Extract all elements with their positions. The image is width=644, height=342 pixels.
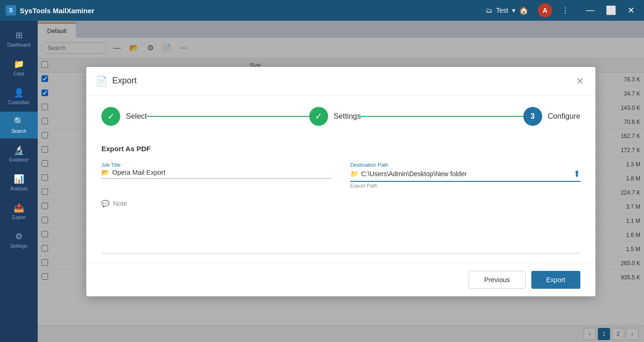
step-settings-circle: ✓ [309,107,328,126]
home-icon[interactable]: 🏠 [515,4,532,17]
avatar[interactable]: A [538,3,552,17]
main-layout: ⊞ Dashboard 📁 Case 👤 Custodian 🔍 Search … [0,21,644,342]
job-title-input-row: 📂 [101,169,331,179]
browse-button[interactable]: ⬆ [573,169,580,179]
step-settings: ✓ Settings [309,107,361,126]
modal-body: Export As PDF Job Title 📂 Dest [86,137,595,263]
export-button[interactable]: Export [531,271,580,289]
note-textarea[interactable] [101,211,580,253]
step-select-circle: ✓ [101,107,120,126]
form-row-1: Job Title 📂 Destination Path 📁 [101,162,580,188]
project-icon: 🗂 [486,7,492,14]
job-title-icon: 📂 [101,169,109,176]
case-icon: 📁 [14,59,24,69]
previous-button[interactable]: Previous [469,271,525,289]
modal-close-button[interactable]: ✕ [574,74,586,88]
titlebar: S SysTools MailXaminer 🗂 Test ▾ 🏠 A ⋮ — … [0,0,644,21]
modal-overlay: 📄 Export ✕ ✓ Select ✓ Se [38,21,644,342]
step-configure: 3 Configure [523,107,580,126]
sidebar-label-case: Case [13,71,24,76]
dashboard-icon: ⊞ [16,30,23,41]
maximize-button[interactable]: ⬜ [602,4,620,16]
sidebar-item-analysis[interactable]: 📊 Analysis [0,169,38,196]
titlebar-actions: 🏠 A ⋮ — ⬜ ✕ [515,3,638,17]
note-header: 💬 Note [101,200,580,207]
sidebar-item-export[interactable]: 📤 Export [0,198,38,225]
modal-footer: Previous Export [86,263,595,296]
project-name: Test [496,7,508,14]
destination-icon: 📁 [350,170,358,178]
settings-icon: ⚙ [15,231,23,242]
analysis-icon: 📊 [14,174,24,184]
note-section: 💬 Note [101,200,580,255]
close-button[interactable]: ✕ [624,4,638,16]
evidence-icon: 🔬 [14,145,24,155]
content-area: Default — 📂 ⚙ 📄 ⋯ Size [38,21,644,342]
step-configure-circle: 3 [523,107,542,126]
job-title-field: Job Title 📂 [101,162,331,188]
sidebar-label-analysis: Analysis [10,186,27,191]
project-info: 🗂 Test ▾ [486,7,515,14]
sidebar-label-settings: Settings [10,244,27,249]
dropdown-icon[interactable]: ▾ [512,7,515,14]
sidebar-label-custodian: Custodian [8,100,29,105]
sidebar-label-dashboard: Dashboard [8,42,31,48]
app-icon: S [6,5,16,16]
step-settings-label: Settings [334,112,361,121]
job-title-input[interactable] [112,169,331,176]
sidebar-label-evidence: Evidence [9,157,28,163]
sidebar-item-settings[interactable]: ⚙ Settings [0,227,38,253]
sidebar-label-export: Export [12,215,26,220]
sidebar-label-search: Search [11,129,26,134]
sidebar-item-custodian[interactable]: 👤 Custodian [0,83,38,110]
app-title: SysTools MailXaminer [20,7,94,15]
destination-label: Destination Path [350,162,580,168]
export-modal: 📄 Export ✕ ✓ Select ✓ Se [86,67,595,296]
note-label: Note [113,200,127,207]
step-configure-label: Configure [548,112,580,121]
step-select-label: Select [126,112,147,121]
stepper: ✓ Select ✓ Settings 3 Configure [86,96,595,137]
export-path-hint: Export Path [350,183,580,188]
export-icon: 📤 [14,203,24,213]
job-title-label: Job Title [101,162,331,168]
app-logo: S SysTools MailXaminer [6,5,486,16]
more-options-icon[interactable]: ⋮ [558,4,573,17]
minimize-button[interactable]: — [582,4,598,16]
export-section-title: Export As PDF [101,145,580,153]
note-icon: 💬 [101,200,109,207]
step-select: ✓ Select [101,107,147,126]
sidebar: ⊞ Dashboard 📁 Case 👤 Custodian 🔍 Search … [0,21,38,342]
destination-input-row: 📁 ⬆ [350,169,580,182]
modal-header: 📄 Export ✕ [86,67,595,96]
sidebar-item-search[interactable]: 🔍 Search [0,112,38,138]
step-line-2 [361,116,523,117]
destination-input[interactable] [361,170,570,178]
sidebar-item-dashboard[interactable]: ⊞ Dashboard [0,25,38,52]
modal-title: 📄 Export [96,75,137,87]
window-controls: — ⬜ ✕ [582,4,638,16]
step-line-1 [147,116,309,117]
sidebar-item-evidence[interactable]: 🔬 Evidence [0,140,38,167]
sidebar-item-case[interactable]: 📁 Case [0,54,38,81]
destination-field: Destination Path 📁 ⬆ Export Path [350,162,580,188]
search-icon: 🔍 [14,116,24,127]
modal-title-icon: 📄 [96,75,107,87]
custodian-icon: 👤 [14,88,24,98]
modal-title-text: Export [112,76,137,86]
